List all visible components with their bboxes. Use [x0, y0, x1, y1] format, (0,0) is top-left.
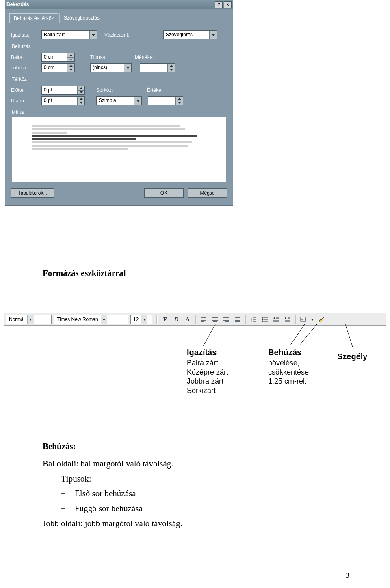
align-justify-button[interactable] [232, 315, 243, 325]
left-indent-spinner[interactable]: 0 cm [41, 53, 75, 62]
bold-button[interactable]: F [160, 315, 170, 325]
spin-down-icon[interactable] [78, 101, 84, 105]
label-measure: Mértéke: [135, 54, 167, 60]
increase-indent-icon [284, 317, 291, 322]
decrease-indent-button[interactable] [271, 315, 282, 325]
annotation-alignment: Igazítás Balra zárt Középre zárt Jobbra … [187, 347, 228, 395]
section-indent: Behúzás [12, 43, 227, 49]
border-icon [300, 317, 307, 322]
svg-marker-28 [273, 317, 275, 319]
numbered-list-button[interactable]: 1 2 3 [248, 315, 259, 325]
svg-line-45 [299, 324, 317, 346]
spin-down-icon[interactable] [176, 101, 183, 105]
bulleted-list-button[interactable] [260, 315, 270, 325]
italic-button[interactable]: D [171, 315, 182, 325]
linespacing-combo[interactable]: Szimpla [96, 96, 142, 105]
align-justify-icon [234, 317, 241, 322]
italic-icon: D [174, 316, 179, 323]
chevron-down-icon[interactable] [124, 64, 131, 72]
fontsize-combo[interactable]: 12 [130, 315, 152, 324]
chevron-down-icon[interactable] [209, 31, 217, 39]
font-combo[interactable]: Times New Roman [54, 315, 128, 324]
align-center-button[interactable] [210, 315, 220, 325]
align-left-button[interactable] [198, 315, 209, 325]
section-spacing: Térköz [12, 76, 227, 82]
increase-indent-button[interactable] [282, 315, 293, 325]
chevron-down-icon[interactable] [141, 315, 147, 324]
bulleted-list-icon [262, 317, 268, 322]
label-before: Előtte: [11, 87, 41, 93]
spin-up-icon[interactable] [67, 64, 74, 68]
tab-indent-spacing[interactable]: Behúzás és térköz [9, 13, 58, 23]
underline-icon: A [186, 316, 190, 323]
spin-up-icon[interactable] [168, 64, 175, 68]
spin-down-icon[interactable] [168, 68, 175, 72]
highlight-button[interactable] [316, 315, 327, 325]
chevron-down-icon[interactable] [27, 315, 34, 324]
label-after: Utána: [11, 98, 41, 104]
alignment-combo[interactable]: Balra zárt [41, 30, 97, 39]
section-preview: Minta [12, 109, 227, 115]
close-button[interactable]: × [224, 1, 232, 8]
space-before-spinner[interactable]: 0 pt [41, 86, 85, 95]
dialog-title: Bekezdés [6, 2, 214, 7]
spin-up-icon[interactable] [67, 53, 74, 57]
heading-behuzas: Behúzás: [43, 439, 360, 454]
list-item: Első sor behúzása [61, 486, 360, 501]
spin-down-icon[interactable] [67, 68, 74, 72]
label-alignment: Igazítás: [11, 32, 41, 38]
numbered-list-icon: 1 2 3 [250, 317, 257, 322]
preview-pane [12, 117, 226, 182]
page-number: 3 [346, 571, 350, 580]
measure-spinner[interactable] [140, 63, 175, 72]
chevron-down-icon[interactable] [134, 97, 141, 105]
help-button[interactable]: ? [215, 1, 223, 8]
cancel-button[interactable]: Mégse [188, 188, 227, 198]
right-indent-spinner[interactable]: 0 cm [41, 63, 75, 72]
paragraph-dialog: Bekezdés ? × Behúzás és térköz Szövegbeo… [5, 0, 233, 206]
spin-up-icon[interactable] [176, 97, 183, 101]
label-linespacing: Sorköz: [96, 87, 125, 93]
border-dropdown[interactable] [310, 315, 315, 325]
marker-icon [318, 316, 325, 323]
linespacing-value-spinner[interactable] [148, 96, 183, 105]
annotation-border: Szegély [337, 351, 367, 362]
style-combo[interactable]: Normál [6, 315, 52, 324]
svg-marker-33 [285, 317, 286, 319]
align-right-button[interactable] [221, 315, 232, 325]
chevron-down-icon[interactable] [89, 31, 97, 39]
ok-button[interactable]: OK [144, 188, 184, 198]
dialog-titlebar: Bekezdés ? × [5, 0, 233, 9]
chevron-down-icon[interactable] [101, 315, 107, 324]
text-right-margin: Jobb oldali: jobb margótól való távolság… [43, 516, 360, 531]
align-center-icon [212, 317, 218, 322]
label-type: Típusa: [90, 54, 119, 60]
label-right: Jobbra: [11, 65, 41, 71]
label-left: Balra: [11, 54, 41, 60]
bold-icon: F [163, 316, 167, 323]
svg-point-24 [262, 319, 264, 321]
svg-line-46 [345, 324, 353, 349]
list-item: Függő sor behúzása [61, 501, 360, 516]
label-outline-level: Vázlatszint: [104, 32, 141, 38]
annotation-indent: Behúzás növelése, csökkentése 1,25 cm-re… [268, 347, 309, 386]
svg-line-43 [203, 324, 215, 346]
text-left-margin: Bal oldali: bal margótól való távolság. [43, 456, 360, 471]
spin-down-icon[interactable] [78, 90, 84, 95]
outline-level-combo[interactable]: Szövegtörzs [163, 30, 217, 39]
formatting-toolbar: Normál Times New Roman 12 F D A 1 2 3 [4, 313, 386, 326]
tab-text-flow[interactable]: Szövegbeosztás [59, 13, 104, 23]
section-heading: Formázás eszköztárral [43, 268, 360, 278]
underline-button[interactable]: A [182, 315, 193, 325]
svg-line-44 [290, 324, 305, 346]
spin-up-icon[interactable] [78, 86, 84, 90]
align-right-icon [223, 317, 230, 322]
decrease-indent-icon [273, 317, 280, 322]
text-types: Típusok: [61, 471, 360, 486]
tabs-button[interactable]: Tabulátorok... [11, 188, 54, 198]
spin-down-icon[interactable] [67, 57, 74, 62]
special-indent-combo[interactable]: (nincs) [90, 63, 132, 72]
space-after-spinner[interactable]: 0 pt [41, 96, 85, 105]
border-button[interactable] [298, 315, 309, 325]
spin-up-icon[interactable] [78, 97, 84, 101]
